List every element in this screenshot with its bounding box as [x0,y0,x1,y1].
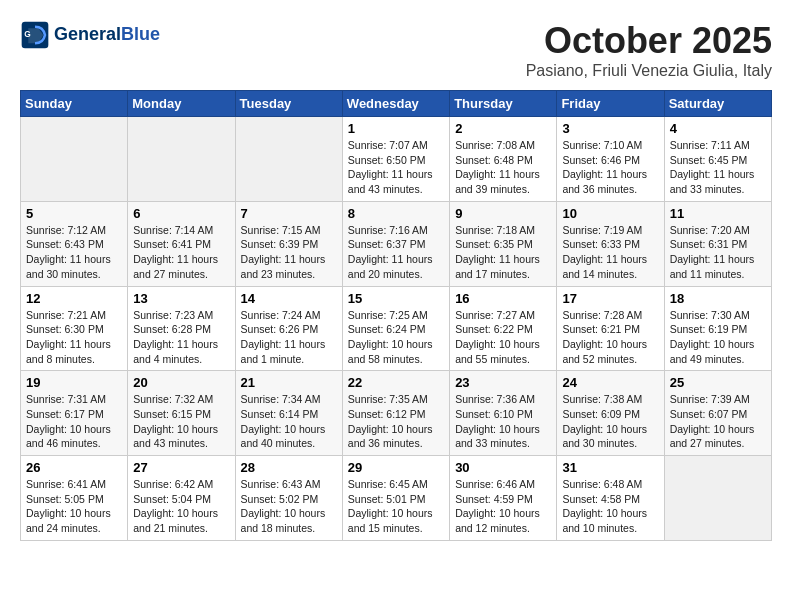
week-row-4: 19Sunrise: 7:31 AM Sunset: 6:17 PM Dayli… [21,371,772,456]
svg-text:G: G [24,29,30,39]
day-number: 4 [670,121,766,136]
day-info: Sunrise: 7:24 AM Sunset: 6:26 PM Dayligh… [241,308,337,367]
day-info: Sunrise: 6:42 AM Sunset: 5:04 PM Dayligh… [133,477,229,536]
calendar-cell: 30Sunrise: 6:46 AM Sunset: 4:59 PM Dayli… [450,456,557,541]
calendar-cell: 21Sunrise: 7:34 AM Sunset: 6:14 PM Dayli… [235,371,342,456]
calendar-cell: 19Sunrise: 7:31 AM Sunset: 6:17 PM Dayli… [21,371,128,456]
week-row-2: 5Sunrise: 7:12 AM Sunset: 6:43 PM Daylig… [21,201,772,286]
calendar-cell: 3Sunrise: 7:10 AM Sunset: 6:46 PM Daylig… [557,117,664,202]
week-row-5: 26Sunrise: 6:41 AM Sunset: 5:05 PM Dayli… [21,456,772,541]
logo-icon: G [20,20,50,50]
weekday-header-tuesday: Tuesday [235,91,342,117]
day-number: 23 [455,375,551,390]
day-number: 8 [348,206,444,221]
calendar-cell: 7Sunrise: 7:15 AM Sunset: 6:39 PM Daylig… [235,201,342,286]
day-number: 20 [133,375,229,390]
logo: G GeneralBlue [20,20,160,50]
week-row-1: 1Sunrise: 7:07 AM Sunset: 6:50 PM Daylig… [21,117,772,202]
weekday-header-row: SundayMondayTuesdayWednesdayThursdayFrid… [21,91,772,117]
weekday-header-wednesday: Wednesday [342,91,449,117]
calendar-table: SundayMondayTuesdayWednesdayThursdayFrid… [20,90,772,541]
weekday-header-saturday: Saturday [664,91,771,117]
day-info: Sunrise: 6:46 AM Sunset: 4:59 PM Dayligh… [455,477,551,536]
day-number: 1 [348,121,444,136]
day-number: 12 [26,291,122,306]
day-number: 30 [455,460,551,475]
calendar-cell: 25Sunrise: 7:39 AM Sunset: 6:07 PM Dayli… [664,371,771,456]
day-info: Sunrise: 7:28 AM Sunset: 6:21 PM Dayligh… [562,308,658,367]
calendar-cell: 4Sunrise: 7:11 AM Sunset: 6:45 PM Daylig… [664,117,771,202]
calendar-cell: 31Sunrise: 6:48 AM Sunset: 4:58 PM Dayli… [557,456,664,541]
day-info: Sunrise: 7:11 AM Sunset: 6:45 PM Dayligh… [670,138,766,197]
day-number: 16 [455,291,551,306]
calendar-cell: 5Sunrise: 7:12 AM Sunset: 6:43 PM Daylig… [21,201,128,286]
day-number: 9 [455,206,551,221]
calendar-cell: 14Sunrise: 7:24 AM Sunset: 6:26 PM Dayli… [235,286,342,371]
calendar-cell: 23Sunrise: 7:36 AM Sunset: 6:10 PM Dayli… [450,371,557,456]
calendar-cell [128,117,235,202]
day-number: 2 [455,121,551,136]
calendar-cell: 13Sunrise: 7:23 AM Sunset: 6:28 PM Dayli… [128,286,235,371]
calendar-cell: 29Sunrise: 6:45 AM Sunset: 5:01 PM Dayli… [342,456,449,541]
day-info: Sunrise: 7:25 AM Sunset: 6:24 PM Dayligh… [348,308,444,367]
calendar-cell: 6Sunrise: 7:14 AM Sunset: 6:41 PM Daylig… [128,201,235,286]
calendar-cell [21,117,128,202]
day-info: Sunrise: 7:15 AM Sunset: 6:39 PM Dayligh… [241,223,337,282]
calendar-cell [664,456,771,541]
day-number: 7 [241,206,337,221]
calendar-cell: 17Sunrise: 7:28 AM Sunset: 6:21 PM Dayli… [557,286,664,371]
day-info: Sunrise: 7:30 AM Sunset: 6:19 PM Dayligh… [670,308,766,367]
calendar-cell: 8Sunrise: 7:16 AM Sunset: 6:37 PM Daylig… [342,201,449,286]
weekday-header-friday: Friday [557,91,664,117]
page-container: G GeneralBlue October 2025 Pasiano, Friu… [0,0,792,551]
calendar-cell: 1Sunrise: 7:07 AM Sunset: 6:50 PM Daylig… [342,117,449,202]
day-number: 6 [133,206,229,221]
day-info: Sunrise: 7:08 AM Sunset: 6:48 PM Dayligh… [455,138,551,197]
calendar-cell: 10Sunrise: 7:19 AM Sunset: 6:33 PM Dayli… [557,201,664,286]
day-info: Sunrise: 7:19 AM Sunset: 6:33 PM Dayligh… [562,223,658,282]
weekday-header-sunday: Sunday [21,91,128,117]
day-info: Sunrise: 6:41 AM Sunset: 5:05 PM Dayligh… [26,477,122,536]
calendar-title: October 2025 [526,20,772,62]
day-info: Sunrise: 7:10 AM Sunset: 6:46 PM Dayligh… [562,138,658,197]
day-number: 18 [670,291,766,306]
day-number: 24 [562,375,658,390]
day-number: 3 [562,121,658,136]
day-info: Sunrise: 7:31 AM Sunset: 6:17 PM Dayligh… [26,392,122,451]
day-number: 27 [133,460,229,475]
calendar-subtitle: Pasiano, Friuli Venezia Giulia, Italy [526,62,772,80]
day-number: 21 [241,375,337,390]
day-number: 26 [26,460,122,475]
day-info: Sunrise: 6:43 AM Sunset: 5:02 PM Dayligh… [241,477,337,536]
day-info: Sunrise: 7:34 AM Sunset: 6:14 PM Dayligh… [241,392,337,451]
day-info: Sunrise: 7:35 AM Sunset: 6:12 PM Dayligh… [348,392,444,451]
day-info: Sunrise: 6:45 AM Sunset: 5:01 PM Dayligh… [348,477,444,536]
day-number: 25 [670,375,766,390]
day-info: Sunrise: 7:18 AM Sunset: 6:35 PM Dayligh… [455,223,551,282]
day-info: Sunrise: 7:14 AM Sunset: 6:41 PM Dayligh… [133,223,229,282]
calendar-cell: 24Sunrise: 7:38 AM Sunset: 6:09 PM Dayli… [557,371,664,456]
week-row-3: 12Sunrise: 7:21 AM Sunset: 6:30 PM Dayli… [21,286,772,371]
calendar-cell: 27Sunrise: 6:42 AM Sunset: 5:04 PM Dayli… [128,456,235,541]
day-info: Sunrise: 7:12 AM Sunset: 6:43 PM Dayligh… [26,223,122,282]
calendar-cell: 28Sunrise: 6:43 AM Sunset: 5:02 PM Dayli… [235,456,342,541]
day-number: 13 [133,291,229,306]
day-number: 10 [562,206,658,221]
calendar-cell: 22Sunrise: 7:35 AM Sunset: 6:12 PM Dayli… [342,371,449,456]
day-info: Sunrise: 7:23 AM Sunset: 6:28 PM Dayligh… [133,308,229,367]
calendar-cell: 2Sunrise: 7:08 AM Sunset: 6:48 PM Daylig… [450,117,557,202]
day-number: 28 [241,460,337,475]
day-info: Sunrise: 7:32 AM Sunset: 6:15 PM Dayligh… [133,392,229,451]
calendar-cell: 15Sunrise: 7:25 AM Sunset: 6:24 PM Dayli… [342,286,449,371]
day-number: 31 [562,460,658,475]
calendar-cell: 20Sunrise: 7:32 AM Sunset: 6:15 PM Dayli… [128,371,235,456]
day-info: Sunrise: 7:36 AM Sunset: 6:10 PM Dayligh… [455,392,551,451]
day-info: Sunrise: 7:20 AM Sunset: 6:31 PM Dayligh… [670,223,766,282]
day-info: Sunrise: 6:48 AM Sunset: 4:58 PM Dayligh… [562,477,658,536]
calendar-cell: 26Sunrise: 6:41 AM Sunset: 5:05 PM Dayli… [21,456,128,541]
day-number: 22 [348,375,444,390]
header: G GeneralBlue October 2025 Pasiano, Friu… [20,20,772,80]
day-info: Sunrise: 7:38 AM Sunset: 6:09 PM Dayligh… [562,392,658,451]
calendar-cell: 18Sunrise: 7:30 AM Sunset: 6:19 PM Dayli… [664,286,771,371]
calendar-cell: 11Sunrise: 7:20 AM Sunset: 6:31 PM Dayli… [664,201,771,286]
